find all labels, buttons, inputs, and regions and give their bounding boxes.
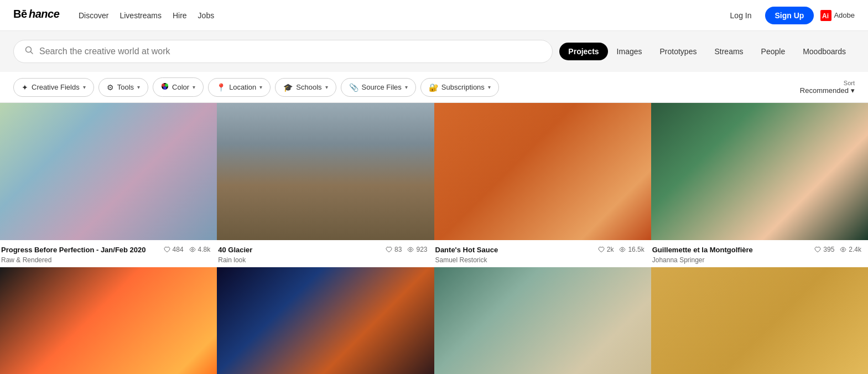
project-stats: 395 2.4k [814,246,861,253]
project-item[interactable] [651,267,868,374]
svg-text:Bē: Bē [13,8,27,20]
filter-subscriptions[interactable]: 🔐 Subscriptions ▾ [420,78,499,97]
nav-discover[interactable]: Discover [79,11,108,20]
tab-images[interactable]: Images [608,43,651,60]
likes-stat: 83 [386,246,402,253]
svg-point-12 [622,249,623,251]
chevron-down-icon-subs: ▾ [488,84,491,90]
project-thumbnail [217,267,434,374]
tab-streams[interactable]: Streams [705,43,752,60]
project-subtitle: Samuel Restorick [435,256,594,264]
svg-point-11 [410,249,412,251]
svg-line-5 [31,52,33,54]
tab-prototypes[interactable]: Prototypes [651,43,706,60]
project-item[interactable]: 40 Glacier Rain look 83 923 [217,103,434,267]
nav-livestreams[interactable]: Livestreams [119,11,161,20]
chevron-down-icon-sort: ▾ [851,86,855,95]
svg-text:Ai: Ai [822,12,829,20]
sort-dropdown[interactable]: Sort Recommended ▾ [800,80,855,95]
project-thumbnail [434,267,651,374]
project-title: 40 Glacier [218,246,381,255]
chevron-down-icon-schools: ▾ [325,84,328,90]
main-nav: Discover Livestreams Hire Jobs [79,11,214,20]
project-item[interactable]: Progress Before Perfection - Jan/Feb 202… [0,103,217,267]
tab-projects[interactable]: Projects [559,43,607,60]
project-item[interactable] [434,267,651,374]
filter-location-label: Location [229,83,256,91]
chevron-down-icon-location: ▾ [259,84,262,90]
search-icon [25,46,34,57]
project-stats: 2k 16.5k [598,246,644,253]
filter-source-files[interactable]: 📎 Source Files ▾ [341,78,416,97]
project-title: Dante's Hot Sauce [435,246,594,255]
signup-button[interactable]: Sign Up [765,7,814,24]
svg-text:hance: hance [29,8,60,20]
search-section: Projects Images Prototypes Streams Peopl… [0,31,868,72]
project-meta: Progress Before Perfection - Jan/Feb 202… [0,240,217,267]
filter-schools-label: Schools [296,83,321,91]
login-button[interactable]: Log In [724,8,758,23]
nav-hire[interactable]: Hire [173,11,187,20]
filter-color[interactable]: Color ▾ [153,77,204,97]
views-stat: 923 [407,246,427,253]
filter-color-label: Color [172,83,189,91]
creative-fields-icon: ✦ [22,83,28,92]
sort-label: Sort [844,80,855,86]
project-item[interactable] [0,267,217,374]
views-stat: 16.5k [619,246,644,253]
svg-point-7 [162,84,165,87]
project-item[interactable] [217,267,434,374]
filter-tools-label: Tools [117,83,134,91]
filter-location[interactable]: 📍 Location ▾ [208,78,271,97]
filter-creative-fields-label: Creative Fields [32,83,80,91]
filter-schools[interactable]: 🎓 Schools ▾ [275,78,336,97]
project-thumbnail [434,103,651,240]
project-subtitle: Johanna Springer [652,256,810,264]
likes-stat: 484 [164,246,184,253]
header-actions: Log In Sign Up Ai Adobe [724,7,855,24]
subscriptions-icon: 🔐 [429,83,438,92]
filter-tools[interactable]: ⚙ Tools ▾ [98,78,148,97]
tab-moodboards[interactable]: Moodboards [794,43,855,60]
location-icon: 📍 [216,83,226,92]
views-stat: 4.8k [189,246,211,253]
header: Bē hance Discover Livestreams Hire Jobs … [0,0,868,31]
chevron-down-icon-tools: ▾ [137,84,140,90]
likes-stat: 395 [814,246,834,253]
search-bar [13,40,553,63]
project-item[interactable]: Dante's Hot Sauce Samuel Restorick 2k 16… [434,103,651,267]
filter-subscriptions-label: Subscriptions [441,83,485,91]
sort-value: Recommended ▾ [800,86,855,95]
likes-stat: 2k [598,246,614,253]
project-thumbnail [651,103,868,240]
chevron-down-icon: ▾ [83,84,86,90]
project-meta: Dante's Hot Sauce Samuel Restorick 2k 16… [434,240,651,267]
tools-icon: ⚙ [107,83,114,92]
project-stats: 484 4.8k [164,246,211,253]
svg-point-10 [191,249,193,251]
svg-point-9 [163,86,167,90]
filter-bar: ✦ Creative Fields ▾ ⚙ Tools ▾ Color ▾ 📍 … [0,72,868,103]
behance-logo[interactable]: Bē hance [13,7,63,24]
project-subtitle: Rain look [218,256,381,264]
filter-creative-fields[interactable]: ✦ Creative Fields ▾ [13,78,94,97]
project-title: Guillemette et la Montgolfière [652,246,810,255]
adobe-label: Adobe [834,11,855,19]
search-input[interactable] [39,46,541,56]
project-title: Progress Before Perfection - Jan/Feb 202… [1,246,159,255]
tab-people[interactable]: People [752,43,794,60]
svg-point-13 [843,249,844,251]
project-item[interactable]: Guillemette et la Montgolfière Johanna S… [651,103,868,267]
project-meta: 40 Glacier Rain look 83 923 [217,240,434,267]
project-stats: 83 923 [386,246,427,253]
color-icon [161,82,169,92]
project-thumbnail [651,267,868,374]
project-subtitle: Raw & Rendered [1,256,159,264]
nav-jobs[interactable]: Jobs [198,11,215,20]
svg-point-8 [165,84,168,87]
chevron-down-icon-color: ▾ [193,84,195,90]
project-grid: Progress Before Perfection - Jan/Feb 202… [0,103,868,374]
project-thumbnail [0,103,217,240]
chevron-down-icon-source: ▾ [405,84,408,90]
project-thumbnail [217,103,434,240]
